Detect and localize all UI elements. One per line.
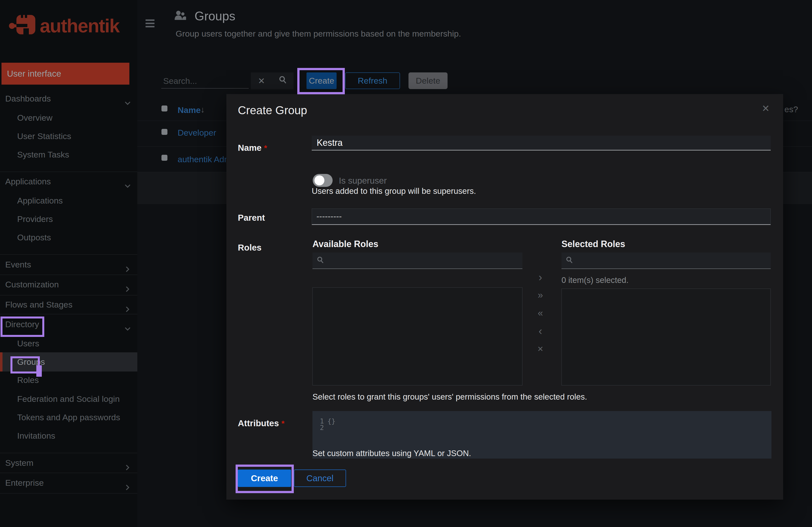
- chevron-right-icon: [124, 459, 131, 467]
- transfer-add-button[interactable]: ›: [533, 270, 547, 284]
- sidebar-group-applications[interactable]: Applications: [0, 172, 137, 190]
- group-name-field[interactable]: [312, 136, 771, 151]
- search-icon: [317, 256, 324, 265]
- annotation-box-create-toolbar: [297, 68, 345, 94]
- sidebar: authentik User interface Dashboards Over…: [0, 0, 137, 527]
- sidebar-group-flows-and-stages[interactable]: Flows and Stages: [0, 295, 137, 314]
- toggle-knob: [315, 175, 324, 185]
- sidebar-divider: [0, 172, 137, 172]
- modal-cancel-button[interactable]: Cancel: [294, 470, 346, 487]
- attributes-label: Attributes*: [238, 418, 285, 428]
- selected-roles-search[interactable]: [562, 253, 771, 269]
- groups-people-icon: [174, 10, 186, 23]
- is-superuser-help: Users added to this group will be superu…: [312, 186, 476, 196]
- screen: authentik User interface Dashboards Over…: [0, 0, 812, 527]
- double-angle-left-icon: «: [538, 308, 543, 318]
- available-roles-search[interactable]: [313, 253, 522, 269]
- select-all-checkbox[interactable]: [161, 105, 168, 112]
- available-roles-listbox[interactable]: [313, 287, 522, 385]
- sidebar-group-system[interactable]: System: [0, 454, 137, 472]
- active-indicator: [0, 352, 2, 371]
- required-marker: *: [281, 419, 284, 428]
- chevron-down-icon: [124, 95, 131, 102]
- transfer-clear-button[interactable]: ✕: [533, 342, 547, 356]
- search-button-group: ✕: [251, 72, 293, 89]
- modal-title: Create Group: [238, 103, 307, 117]
- row-checkbox[interactable]: [161, 129, 168, 135]
- transfer-add-all-button[interactable]: »: [533, 288, 547, 302]
- sidebar-item-system-tasks[interactable]: System Tasks: [0, 145, 137, 164]
- sidebar-group-dashboards[interactable]: Dashboards: [0, 89, 137, 108]
- sidebar-item-roles[interactable]: Roles: [0, 371, 137, 389]
- sidebar-item-providers[interactable]: Providers: [0, 210, 137, 228]
- chevron-down-icon: [124, 321, 131, 328]
- sidebar-item-user-statistics[interactable]: User Statistics: [0, 127, 137, 145]
- sidebar-divider: [0, 473, 137, 473]
- sidebar-divider: [0, 314, 137, 314]
- clear-icon: ✕: [537, 345, 543, 353]
- editor-content: {}: [328, 418, 336, 425]
- double-angle-right-icon: »: [538, 290, 543, 301]
- sidebar-item-tokens[interactable]: Tokens and App passwords: [0, 408, 137, 426]
- roles-label: Roles: [238, 243, 261, 253]
- editor-line-numbers: 1 2: [316, 418, 324, 431]
- search-icon: [565, 256, 574, 265]
- apply-search-button[interactable]: [272, 72, 293, 89]
- parent-select[interactable]: ---------: [312, 209, 771, 225]
- sidebar-group-events[interactable]: Events: [0, 255, 137, 274]
- selected-roles-listbox[interactable]: [562, 289, 771, 385]
- transfer-remove-button[interactable]: ‹: [533, 324, 547, 338]
- sidebar-item-outposts[interactable]: Outposts: [0, 228, 137, 246]
- transfer-remove-all-button[interactable]: «: [533, 306, 547, 320]
- sidebar-group-customization[interactable]: Customization: [0, 275, 137, 294]
- sidebar-item-overview[interactable]: Overview: [0, 109, 137, 127]
- authentik-logo: authentik: [9, 14, 126, 37]
- delete-button[interactable]: Delete: [408, 72, 448, 89]
- hamburger-menu-icon[interactable]: [146, 19, 155, 29]
- column-header-name[interactable]: Name: [178, 105, 201, 115]
- search-icon: [278, 75, 287, 86]
- row-checkbox[interactable]: [161, 155, 168, 161]
- sidebar-item-applications[interactable]: Applications: [0, 191, 137, 210]
- sidebar-divider: [0, 493, 137, 494]
- close-icon: ✕: [762, 103, 770, 114]
- chevron-right-icon: [124, 261, 131, 268]
- annotation-artifact: [36, 365, 42, 377]
- is-superuser-label: Is superuser: [339, 176, 387, 186]
- sidebar-divider: [0, 275, 137, 275]
- available-roles-search-input[interactable]: [328, 256, 522, 266]
- name-label: Name*: [238, 143, 267, 153]
- clear-search-button[interactable]: ✕: [251, 72, 272, 89]
- group-row-link[interactable]: Developer: [178, 128, 216, 138]
- chevron-right-icon: [124, 281, 131, 288]
- sidebar-item-invitations[interactable]: Invitations: [0, 426, 137, 445]
- angle-right-icon: ›: [539, 271, 542, 283]
- selected-roles-search-input[interactable]: [577, 256, 771, 266]
- annotation-box-create-modal: [236, 465, 294, 493]
- authentik-key-icon: [9, 14, 36, 37]
- selected-roles-heading: Selected Roles: [562, 239, 625, 249]
- angle-left-icon: ‹: [539, 325, 542, 337]
- parent-label: Parent: [238, 213, 265, 223]
- chevron-right-icon: [124, 301, 131, 308]
- sort-descending-icon[interactable]: ↓: [201, 105, 205, 114]
- clear-icon: ✕: [258, 76, 265, 86]
- annotation-box-directory: [0, 316, 44, 337]
- clipped-column-header: es?: [784, 104, 798, 114]
- sidebar-divider: [0, 254, 137, 255]
- modal-close-button[interactable]: ✕: [759, 101, 773, 115]
- chevron-right-icon: [124, 479, 131, 486]
- available-roles-heading: Available Roles: [313, 239, 378, 249]
- required-marker: *: [264, 144, 267, 153]
- roles-help: Select roles to grant this groups' users…: [313, 392, 587, 402]
- search-input[interactable]: [161, 74, 249, 89]
- sidebar-item-federation[interactable]: Federation and Social login: [0, 390, 137, 408]
- sidebar-group-enterprise[interactable]: Enterprise: [0, 473, 137, 492]
- sidebar-item-users[interactable]: Users: [0, 334, 137, 353]
- refresh-button[interactable]: Refresh: [345, 72, 400, 89]
- annotation-box-groups: [11, 356, 40, 373]
- page-title: Groups: [194, 9, 235, 24]
- logo-wordmark: authentik: [40, 15, 119, 37]
- user-interface-button[interactable]: User interface: [1, 63, 129, 85]
- is-superuser-toggle[interactable]: [313, 174, 333, 187]
